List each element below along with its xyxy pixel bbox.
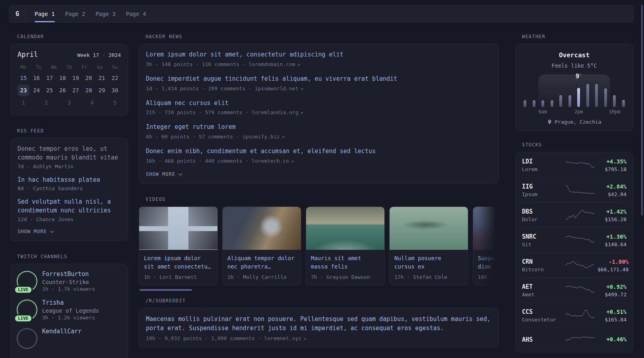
rss-article: Donec tempor eros leo, ut commodo mauris…: [17, 145, 121, 169]
stock-name: Amet: [522, 292, 563, 298]
tab-page[interactable]: Page 4: [126, 6, 146, 22]
hn-story: Lorem ipsum dolor sit amet, consectetur …: [146, 51, 492, 67]
hacker-news-card: Lorem ipsum dolor sit amet, consectetur …: [139, 44, 499, 184]
live-badge: LIVE: [15, 315, 31, 321]
stock-identity: CCS Consectetur: [522, 308, 563, 323]
video-card[interactable]: Nullam posuere cursus ex 17h · Stefan Co…: [389, 206, 468, 286]
weekday-label: Th: [63, 64, 75, 70]
calendar-month: April: [17, 51, 38, 58]
twitch-widget: TWITCH CHANNELS LIVE ForrestBurton Count…: [10, 254, 128, 358]
rss-article-meta: 12d · Chance Jones: [17, 216, 121, 222]
video-thumbnail: [223, 207, 301, 250]
stock-change: +1.36%: [597, 233, 627, 240]
rss-article: In hac habitasse platea 8d · Cynthia Sau…: [17, 176, 121, 192]
section-title-videos: VIDEOS: [145, 197, 499, 202]
calendar-day: 20: [83, 72, 95, 84]
calendar-day: 29: [96, 85, 108, 96]
calendar-day: 3: [63, 97, 75, 109]
twitch-channel[interactable]: LIVE ForrestBurton Counter-Strike 1h · 1…: [17, 270, 121, 292]
calendar-day: 23: [17, 85, 29, 96]
right-column: WEATHER Overcast Feels like 5°C 9°: [515, 34, 633, 358]
video-title: Lorem ipsum dolor sit amet consectetu…: [139, 250, 217, 271]
active-tab-underline: [35, 21, 55, 22]
weather-card: Overcast Feels like 5°C 9°: [515, 44, 633, 131]
calendar-week-year: Week 17 · 2024: [77, 52, 121, 58]
calendar-day: 16: [31, 72, 43, 84]
stock-figures: +0.51% $165.84: [597, 309, 627, 323]
video-thumbnail: [139, 207, 217, 250]
stock-symbol: AET: [522, 283, 563, 290]
channel-viewers: 3h · 1.2k viewers: [42, 315, 99, 321]
carousel-scrollbar[interactable]: [140, 289, 192, 291]
stock-identity: CRN Bitcorn: [522, 258, 563, 272]
section-title-subreddit: /R/SUBREDDIT: [145, 298, 499, 304]
tab-page[interactable]: Page 3: [95, 6, 116, 22]
calendar-card: April Week 17 · 2024 Mo Tu We Th: [10, 44, 128, 115]
stock-sparkline: [566, 158, 594, 172]
stock-row: AHS +0.46%: [522, 328, 627, 352]
hn-story-title[interactable]: Donec imperdiet augue tincidunt felis al…: [146, 75, 492, 84]
twitch-channel[interactable]: LIVE Trisha League of Legends 3h · 1.2k …: [17, 299, 121, 321]
weather-widget: WEATHER Overcast Feels like 5°C 9°: [515, 34, 633, 131]
stock-price: $156.28: [597, 216, 627, 222]
page-scrollbar[interactable]: [641, 5, 643, 216]
section-title-weather: WEATHER: [522, 34, 633, 39]
stock-change: +1.42%: [597, 208, 627, 215]
video-title: Nullam posuere cursus ex: [390, 250, 468, 271]
video-card[interactable]: Suspendisse diam 18h · Tara: [473, 206, 499, 286]
stock-sparkline: [566, 208, 594, 222]
hn-story-title[interactable]: Donec enim nibh, condimentum et accumsan…: [146, 147, 492, 156]
videos-carousel-wrapper: Lorem ipsum dolor sit amet consectetu… 1…: [139, 206, 499, 291]
rss-article-title[interactable]: In hac habitasse platea: [17, 176, 121, 185]
external-link-icon: ↗: [282, 134, 285, 140]
rss-show-more-button[interactable]: SHOW MORE: [17, 229, 53, 234]
tab-page[interactable]: Page 1: [35, 6, 55, 22]
subreddit-widget: /R/SUBREDDIT Maecenas mollis pulvinar er…: [139, 298, 499, 348]
avatar: [18, 330, 36, 347]
stock-row: DBS Dolor +1.42% $156.28: [522, 202, 627, 228]
temp-bar: [541, 100, 544, 107]
temp-bar: [568, 95, 571, 107]
avatar-wrapper: LIVE: [17, 272, 36, 290]
video-card[interactable]: Mauris sit amet massa felis 7h · Grayson…: [306, 206, 385, 286]
calendar-header-row: April Week 17 · 2024: [17, 51, 121, 58]
middle-column: HACKER NEWS Lorem ipsum dolor sit amet, …: [139, 34, 499, 358]
twitch-channel[interactable]: LIVE KendallCarr: [17, 328, 121, 347]
calendar-day: 15: [17, 72, 29, 84]
dashboard-columns: CALENDAR April Week 17 · 2024 Mo Tu We: [10, 34, 633, 358]
stocks-card: LDI Lorem +4.35% $795.18: [515, 152, 633, 352]
channel-info: Trisha League of Legends 3h · 1.2k viewe…: [42, 299, 99, 321]
video-card[interactable]: Aliquam tempor dolor nec pharetra… 1h · …: [222, 206, 301, 286]
rss-widget: RSS FEED Donec tempor eros leo, ut commo…: [10, 128, 128, 241]
stock-sparkline: [566, 259, 594, 272]
reddit-post-meta: 19h · 9,932 points · 1,090 comments · lo…: [146, 335, 492, 341]
hn-story-title[interactable]: Lorem ipsum dolor sit amet, consectetur …: [146, 51, 492, 59]
calendar-day: 2: [41, 97, 52, 109]
temp-bar: [559, 95, 562, 107]
reddit-post-title[interactable]: Maecenas mollis pulvinar erat non posuer…: [146, 315, 492, 333]
video-meta: 18h · Tara: [473, 271, 499, 285]
hn-story-meta: 1d · 1,414 points · 299 comments · ipsum…: [146, 86, 492, 91]
stock-name: Dolor: [522, 216, 563, 222]
weather-hourly-chart: 9°: [523, 73, 626, 115]
weekday-label: We: [48, 64, 60, 70]
video-card[interactable]: Lorem ipsum dolor sit amet consectetu… 1…: [139, 206, 218, 286]
hn-story-title[interactable]: Aliquam nec cursus elit: [146, 99, 492, 108]
rss-article-title[interactable]: Donec tempor eros leo, ut commodo mauris…: [17, 145, 121, 162]
hn-story-title[interactable]: Integer eget rutrum lorem: [146, 123, 492, 132]
stock-price: $165.84: [597, 317, 627, 323]
tab-page[interactable]: Page 2: [65, 6, 85, 22]
video-title: Aliquam tempor dolor nec pharetra…: [223, 250, 301, 271]
hn-show-more-button[interactable]: SHOW MORE: [146, 171, 182, 177]
external-link-icon: ↗: [303, 336, 306, 341]
stock-symbol: LDI: [522, 158, 563, 165]
stock-row: LDI Lorem +4.35% $795.18: [522, 153, 627, 177]
stock-name: Ipsum: [522, 191, 563, 197]
section-title-twitch: TWITCH CHANNELS: [17, 254, 128, 259]
stock-symbol: CRN: [522, 258, 563, 265]
chevron-down-icon: [178, 171, 182, 175]
rss-article-title[interactable]: Sed volutpat nulla nisl, a condimentum n…: [17, 198, 121, 215]
video-thumbnail: [473, 207, 499, 250]
time-axis: 6am 2pm 10pm: [524, 109, 625, 115]
app-logo[interactable]: G: [9, 6, 25, 22]
